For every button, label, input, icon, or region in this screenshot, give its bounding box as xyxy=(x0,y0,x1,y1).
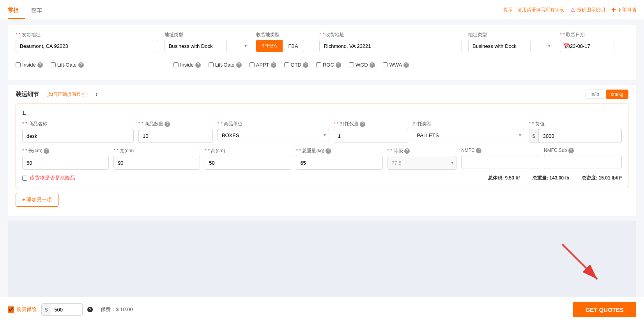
item-pallet-qty-label: * * 打托数量 ? xyxy=(334,121,408,127)
order-help-link[interactable]: ✚ 下单帮助 xyxy=(611,7,636,13)
liftgate-dest-checkbox[interactable] xyxy=(209,62,214,67)
item-unit-label: * * 商品单位 xyxy=(218,121,329,127)
item-pallet-qty-input[interactable] xyxy=(334,129,408,143)
item-pallet-type-label: 打托类型 xyxy=(413,121,524,127)
liftgate-origin-checkbox[interactable] xyxy=(51,62,56,67)
weight-stat: 总重量: 143.00 lb xyxy=(533,175,569,181)
tab-ftl[interactable]: 整车 xyxy=(31,4,48,19)
wgd-dest-help[interactable]: ? xyxy=(370,62,375,68)
roc-dest-item: ROC ? xyxy=(316,62,341,68)
inside-origin-item: Inside ? xyxy=(16,62,43,68)
liftgate-dest-help[interactable]: ? xyxy=(236,62,242,68)
item-nmfc-sub-label: NMFC Sub ? xyxy=(544,148,622,153)
recv-address-type-group: 地址类型 Business with Dock Business without… xyxy=(468,32,554,52)
nmfc-help-icon[interactable]: ? xyxy=(476,148,481,153)
grade-select-wrapper: 77.5 85 92.5 100 xyxy=(387,156,457,170)
dangerous-checkbox[interactable] xyxy=(22,176,27,181)
inside-dest-item: Inside ? xyxy=(173,62,201,68)
roc-dest-checkbox[interactable] xyxy=(316,62,321,67)
origin-label: * * 发货地址 xyxy=(16,32,158,38)
insurance-fee-label: 保费：$ 10.00 xyxy=(101,306,133,310)
appt-dest-help[interactable]: ? xyxy=(271,62,276,68)
non-fba-btn[interactable]: 非FBA xyxy=(256,40,283,52)
recv-type-label: 收货地类型 xyxy=(256,32,313,38)
wwa-dest-help[interactable]: ? xyxy=(403,62,409,68)
item-nmfc-sub-input[interactable] xyxy=(544,155,622,169)
recv-address-input[interactable] xyxy=(319,40,462,52)
item-pallet-type-group: 打托类型 PALLETS SKIDS NONE xyxy=(413,121,524,141)
item-value-label: * * 货值 xyxy=(529,121,622,127)
item-nmfc-sub-group: NMFC Sub ? xyxy=(544,148,622,169)
inside-origin-help[interactable]: ? xyxy=(37,62,43,68)
gray-area xyxy=(8,221,636,299)
recv-address-type-select[interactable]: Business with Dock Business without Dock… xyxy=(468,40,531,52)
unit-cm-kg-btn[interactable]: cm/kg xyxy=(606,90,628,99)
item-value-input[interactable] xyxy=(539,129,621,143)
main-content: * * 发货地址 地址类型 Business with Dock Busines… xyxy=(0,19,644,310)
liftgate-origin-item: Lift-Gate ? xyxy=(51,62,84,68)
item-wid-label: * * 宽(cm) xyxy=(113,148,200,154)
grade-select[interactable]: 77.5 85 92.5 100 xyxy=(387,156,457,170)
insurance-amount-input[interactable] xyxy=(51,304,82,310)
item-hei-label: * * 高(cm) xyxy=(205,148,291,154)
item-grade-label: * * 等级 ? xyxy=(387,148,457,154)
recv-addr-type-label: 地址类型 xyxy=(468,32,554,38)
item-qty-group: * * 商品数量 ? xyxy=(138,121,213,143)
origin-address-input[interactable] xyxy=(16,40,158,52)
item-qty-label: * * 商品数量 ? xyxy=(138,121,213,127)
gtd-dest-item: GTD ? xyxy=(284,62,308,68)
volume-stat: 总体积: 9.53 ft³ xyxy=(488,175,520,181)
len-help-icon[interactable]: ? xyxy=(44,148,49,154)
item-row-1: * * 商品名称 * * 商品数量 ? * * 商品单位 BOXES PALLE… xyxy=(22,121,622,143)
tab-ltl[interactable]: 零担 xyxy=(8,4,25,19)
nmfc-sub-help-icon[interactable]: ? xyxy=(568,148,574,153)
shipping-header: 装运细节 （如何正确填写尺寸） ） in/lb cm/kg xyxy=(16,90,628,99)
recv-address-group: * * 收货地址 xyxy=(319,32,462,52)
gtd-dest-help[interactable]: ? xyxy=(303,62,308,68)
insurance-checkbox[interactable] xyxy=(8,306,14,310)
item-card-1: 1. * * 商品名称 * * 商品数量 ? * * 商品单位 BOXES xyxy=(16,104,628,188)
insurance-label: 购买保险 xyxy=(16,306,37,310)
insurance-help-icon[interactable]: ? xyxy=(87,307,93,310)
wgd-dest-checkbox[interactable] xyxy=(349,62,354,67)
roc-dest-help[interactable]: ? xyxy=(336,62,341,68)
item-wid-group: * * 宽(cm) xyxy=(113,148,200,170)
item-len-input[interactable] xyxy=(22,156,109,170)
wwa-dest-checkbox[interactable] xyxy=(383,62,388,67)
density-stat: 总密度: 15.01 lb/ft³ xyxy=(582,175,622,181)
insurance-dollar-prefix: $ xyxy=(42,304,51,310)
address-type-label: 地址类型 xyxy=(165,32,250,38)
inside-dest-checkbox[interactable] xyxy=(173,62,179,67)
origin-checkboxes: Inside ? Lift-Gate ? xyxy=(16,60,167,69)
wwa-dest-label: WWA xyxy=(389,62,402,68)
unit-in-lb-btn[interactable]: in/lb xyxy=(586,90,604,99)
get-quotes-button[interactable]: GET QUOTES xyxy=(573,302,636,310)
appt-dest-checkbox[interactable] xyxy=(249,62,255,67)
item-pallet-type-select[interactable]: PALLETS SKIDS NONE xyxy=(413,129,524,141)
exclamation-icon: ⚠ xyxy=(570,7,575,13)
insurance-amount-wrapper: $ xyxy=(41,303,83,310)
pallet-qty-help-icon[interactable]: ? xyxy=(360,121,365,127)
qty-help-icon[interactable]: ? xyxy=(165,121,170,127)
weight-help-icon[interactable]: ? xyxy=(326,148,331,154)
grade-help-icon[interactable]: ? xyxy=(404,148,410,154)
inside-origin-checkbox[interactable] xyxy=(16,62,21,67)
shipping-hint[interactable]: （如何正确填写尺寸） xyxy=(44,91,90,98)
inside-dest-help[interactable]: ? xyxy=(195,62,201,68)
item-weight-input[interactable] xyxy=(296,156,382,170)
address-type-select[interactable]: Business with Dock Business without Dock… xyxy=(165,40,227,52)
item-qty-input[interactable] xyxy=(138,129,213,143)
item-nmfc-input[interactable] xyxy=(461,155,539,169)
fba-btn[interactable]: FBA xyxy=(283,40,304,52)
liftgate-origin-help[interactable]: ? xyxy=(78,62,84,68)
quote-guide-link[interactable]: ⚠ 报价图示说明 xyxy=(570,7,605,13)
pickup-date-label: * * 取货日期 xyxy=(560,32,628,38)
item-unit-select[interactable]: BOXES PALLETS PIECES CRATES xyxy=(218,129,329,141)
item-name-input[interactable] xyxy=(22,129,134,143)
item-grade-group: * * 等级 ? 77.5 85 92.5 100 xyxy=(387,148,457,170)
item-hei-input[interactable] xyxy=(205,156,291,170)
gtd-dest-checkbox[interactable] xyxy=(284,62,289,67)
add-item-button[interactable]: + 添加另一项 xyxy=(16,193,58,207)
item-wid-input[interactable] xyxy=(113,156,200,170)
item-value-wrapper: $ xyxy=(529,129,622,143)
